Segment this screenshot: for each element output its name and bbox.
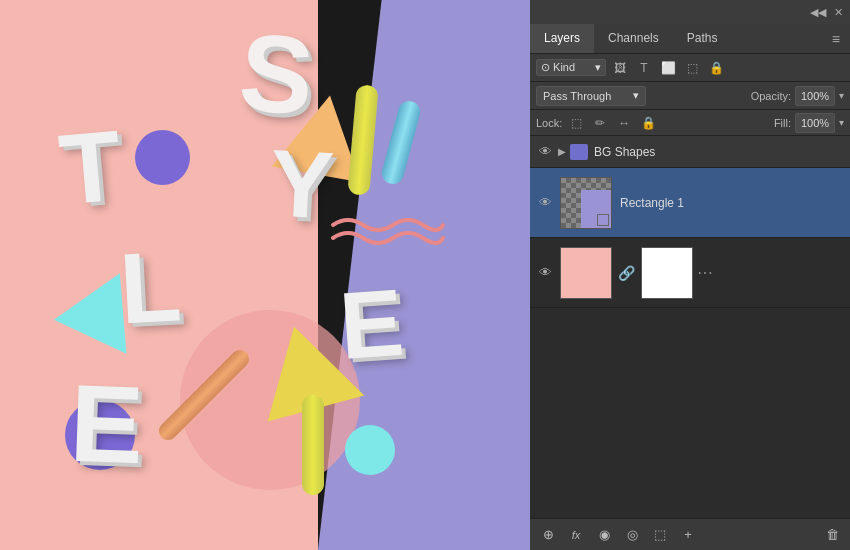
lock-row: Lock: ⬚ ✏ ↔ 🔒 Fill: 100% ▾ [530, 110, 850, 136]
layer-visibility-linked[interactable]: 👁 [536, 264, 554, 282]
fill-label: Fill: [774, 117, 791, 129]
opacity-value[interactable]: 100% [795, 86, 835, 106]
layers-list: 👁 ▶ BG Shapes 👁 Rectangle 1 👁 🔗 [530, 136, 850, 518]
filter-row: ⊙ Kind ▾ 🖼 T ⬜ ⬚ 🔒 [530, 54, 850, 82]
filter-icon-image[interactable]: 🖼 [610, 58, 630, 78]
panel-titlebar: ◀◀ ✕ [530, 0, 850, 24]
lock-transparent-icon[interactable]: ⬚ [566, 113, 586, 133]
canvas-background: S T Y L E E [0, 0, 530, 550]
group-expand-arrow[interactable]: ▶ [558, 146, 566, 157]
lock-position-icon[interactable]: ↔ [614, 113, 634, 133]
layer-rectangle-1[interactable]: 👁 Rectangle 1 [530, 168, 850, 238]
new-layer-button[interactable]: + [678, 525, 698, 545]
filter-kind-label: ⊙ Kind [541, 61, 575, 74]
rod-yellow-bottom [302, 395, 324, 495]
circle-cyan [345, 425, 395, 475]
filter-icon-lock[interactable]: 🔒 [706, 58, 726, 78]
letter-t: T [55, 108, 124, 228]
panel-menu-button[interactable]: ≡ [822, 24, 850, 53]
layer-visibility-rectangle-1[interactable]: 👁 [536, 194, 554, 212]
lock-all-icon[interactable]: 🔒 [638, 113, 658, 133]
filter-dropdown-arrow: ▾ [595, 61, 601, 74]
filter-kind-dropdown[interactable]: ⊙ Kind ▾ [536, 59, 606, 76]
letter-l: L [117, 229, 182, 347]
layer-thumbnail-container [560, 177, 612, 229]
panel-tabs: Layers Channels Paths ≡ [530, 24, 850, 54]
lock-image-icon[interactable]: ✏ [590, 113, 610, 133]
layer-thumbnail-rectangle-1 [560, 177, 612, 229]
layers-bottom-toolbar: ⊕ fx ◉ ◎ ⬚ + 🗑 [530, 518, 850, 550]
layer-visibility-bg-shapes[interactable]: 👁 [536, 143, 554, 161]
lock-label: Lock: [536, 117, 562, 129]
delete-layer-button[interactable]: 🗑 [822, 525, 842, 545]
layer-linked-thumbs: 🔗 [560, 247, 693, 299]
fill-arrow[interactable]: ▾ [839, 117, 844, 128]
filter-icon-shape[interactable]: ⬜ [658, 58, 678, 78]
fill-section: Fill: 100% ▾ [774, 113, 844, 133]
blend-mode-dropdown[interactable]: Pass Through ▾ [536, 86, 646, 106]
group-folder-icon [570, 144, 588, 160]
tab-channels[interactable]: Channels [594, 24, 673, 53]
link-layers-button[interactable]: ⊕ [538, 525, 558, 545]
layers-panel: ◀◀ ✕ Layers Channels Paths ≡ ⊙ Kind ▾ 🖼 … [530, 0, 850, 550]
tab-paths[interactable]: Paths [673, 24, 732, 53]
opacity-label: Opacity: [751, 90, 791, 102]
layer-more-button[interactable]: ⋯ [697, 263, 713, 282]
chain-link-icon: 🔗 [618, 265, 635, 281]
letter-e-right: E [336, 268, 405, 381]
adjustment-layer-button[interactable]: ◎ [622, 525, 642, 545]
blend-mode-value: Pass Through [543, 90, 611, 102]
layer-linked[interactable]: 👁 🔗 ⋯ [530, 238, 850, 308]
letter-s: S [235, 7, 317, 140]
layer-name-rectangle-1: Rectangle 1 [620, 196, 844, 210]
letter-e-bottom: E [68, 359, 144, 488]
circle-purple-1 [135, 130, 190, 185]
transform-handle-icon [597, 214, 609, 226]
filter-icon-text[interactable]: T [634, 58, 654, 78]
opacity-arrow[interactable]: ▾ [839, 90, 844, 101]
add-mask-button[interactable]: ◉ [594, 525, 614, 545]
fill-value[interactable]: 100% [795, 113, 835, 133]
canvas-area: S T Y L E E [0, 0, 530, 550]
layer-thumb-pink [560, 247, 612, 299]
layer-group-bg-shapes[interactable]: 👁 ▶ BG Shapes [530, 136, 850, 168]
fx-button[interactable]: fx [566, 525, 586, 545]
layer-thumb-white [641, 247, 693, 299]
tab-layers[interactable]: Layers [530, 24, 594, 53]
lock-icons: ⬚ ✏ ↔ 🔒 [566, 113, 658, 133]
blend-mode-row: Pass Through ▾ Opacity: 100% ▾ [530, 82, 850, 110]
opacity-section: Opacity: 100% ▾ [751, 86, 844, 106]
layer-name-bg-shapes: BG Shapes [594, 145, 844, 159]
panel-close-button[interactable]: ✕ [832, 6, 844, 18]
panel-collapse-button[interactable]: ◀◀ [812, 6, 824, 18]
group-layers-button[interactable]: ⬚ [650, 525, 670, 545]
filter-icon-smart[interactable]: ⬚ [682, 58, 702, 78]
letter-y: Y [267, 128, 334, 240]
blend-mode-arrow: ▾ [633, 89, 639, 102]
wavy-lines [328, 210, 448, 250]
